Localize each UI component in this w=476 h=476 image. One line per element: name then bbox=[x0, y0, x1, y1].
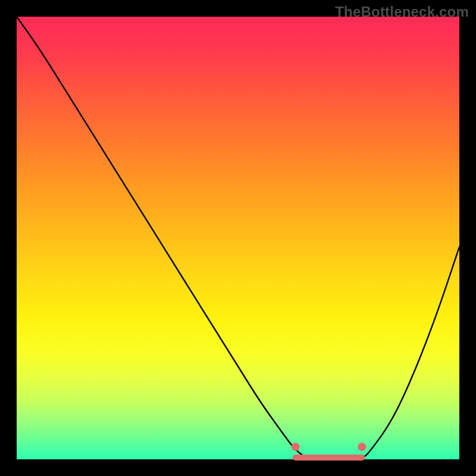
optimal-region-start-marker bbox=[292, 443, 300, 451]
optimal-region-end-marker bbox=[358, 443, 366, 451]
chart-frame: TheBottleneck.com bbox=[0, 0, 476, 476]
curve-overlay bbox=[17, 17, 459, 459]
plot-area bbox=[17, 17, 459, 459]
bottleneck-curve bbox=[17, 17, 459, 459]
watermark-text: TheBottleneck.com bbox=[335, 4, 469, 20]
